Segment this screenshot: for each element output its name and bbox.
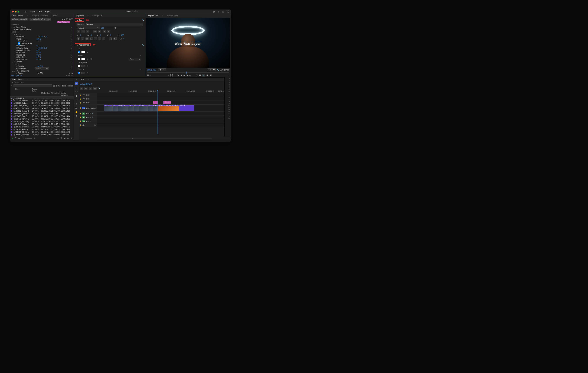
timeline-clip[interactable]: fx xyxy=(153,101,158,104)
program-timecode[interactable]: 00;01;53;10 xyxy=(147,69,156,71)
justify-center-icon[interactable]: ≣ xyxy=(98,30,101,33)
align-right-icon[interactable]: ≡ xyxy=(86,30,89,33)
out-icon[interactable]: } xyxy=(172,74,173,77)
add-shadow-icon[interactable]: + xyxy=(140,68,141,70)
new-bin-icon[interactable]: ▣ xyxy=(64,137,65,139)
zoom-select[interactable]: Fit xyxy=(158,68,166,71)
settings-icon[interactable]: ⬙ xyxy=(94,87,97,90)
wrench-icon[interactable]: 🔧 xyxy=(142,19,144,21)
zoom-slider[interactable]: ○──── xyxy=(25,137,32,139)
superscript-icon[interactable]: T¹ xyxy=(94,37,97,40)
step-fwd-icon[interactable]: |▸ xyxy=(187,74,188,77)
rect-tool-icon[interactable]: ▭ xyxy=(75,107,77,109)
eyedropper-icon[interactable]: ✎ xyxy=(87,72,88,74)
bin-icon[interactable]: ▥ xyxy=(53,85,55,87)
project-folder[interactable]: ⌄ ▣Spotlight FX xyxy=(10,97,74,99)
allcaps-icon[interactable]: TT xyxy=(85,37,88,40)
minimize-icon[interactable] xyxy=(15,11,17,12)
stroke-type-select[interactable]: Outer xyxy=(129,58,141,60)
track-select-icon[interactable]: ↔ xyxy=(75,87,78,89)
camera-icon[interactable]: 📷 xyxy=(202,74,205,77)
fullscreen-icon[interactable]: ⛶ xyxy=(227,10,229,13)
ltr-icon[interactable]: ▸¶ xyxy=(109,37,112,40)
rtl-icon[interactable]: ¶◂ xyxy=(114,37,117,40)
justify-full-icon[interactable]: ≣ xyxy=(107,30,110,33)
align-left-icon[interactable]: ≡ xyxy=(77,30,80,33)
smallcaps-icon[interactable]: Tᴛ xyxy=(90,37,93,40)
lift-icon[interactable]: ⬚ xyxy=(196,74,198,77)
timeline-clip[interactable]: 624... xyxy=(128,105,134,111)
marker-icon[interactable]: ▦ ⌄ xyxy=(147,74,151,77)
eyedropper-icon[interactable]: ✎ xyxy=(87,51,88,54)
type-tool-icon[interactable]: T xyxy=(76,115,77,117)
project-search-input[interactable] xyxy=(13,84,52,87)
project-item[interactable]: ▸▦766450_Office W25,00 fps00:00:00:0000:… xyxy=(10,133,74,136)
project-item[interactable]: ▸▦6006997_Abando24,00 fps01:02:24:1001:0… xyxy=(10,112,74,115)
trash-icon[interactable]: 🗑 xyxy=(71,137,73,139)
timeline-clip[interactable]: Headlin... fx xyxy=(163,101,171,104)
stroke-checkbox[interactable] xyxy=(78,58,80,60)
timeline-scrollbar[interactable] xyxy=(98,138,212,139)
tab-properties[interactable]: Properties xyxy=(75,14,85,17)
slip-icon[interactable]: |↔| xyxy=(75,99,78,101)
project-item[interactable]: ▸▦536221_Man Bag25,00 fps03:01:23:0603:0… xyxy=(10,120,74,123)
appearance-section-header[interactable]: ⌄Appearance xyxy=(75,43,91,46)
ripple-icon[interactable]: ✄ xyxy=(75,90,77,93)
stroke-swatch[interactable] xyxy=(81,58,85,60)
timeline-clip[interactable]: 601748... xyxy=(139,105,147,111)
goto-in-icon[interactable]: |◂ xyxy=(178,74,179,77)
tab-spotlight-fx[interactable]: Spotlight FX xyxy=(91,14,103,17)
fill-swatch[interactable] xyxy=(81,51,85,53)
tab-source[interactable]: Source: Main xyxy=(166,14,178,17)
in-icon[interactable]: { xyxy=(170,74,171,77)
auto-icon[interactable]: ▭ xyxy=(57,137,59,139)
justify-right-icon[interactable]: ≣ xyxy=(103,30,106,33)
project-item[interactable]: ▸▦377774_Woman23,976 fps19:13:40:1619:13… xyxy=(10,99,74,102)
selection-tool-icon[interactable]: ▶ xyxy=(75,82,78,85)
marker-icon[interactable]: ⊟ xyxy=(89,87,92,90)
maximize-icon[interactable] xyxy=(18,11,19,12)
text-section-header[interactable]: ⌄Text xyxy=(75,19,84,22)
new-item-icon[interactable]: ▤ xyxy=(67,137,69,139)
list-view-icon[interactable]: ☰ xyxy=(15,137,17,139)
shadow-swatch[interactable] xyxy=(81,72,85,74)
icon-view-icon[interactable]: ▦ xyxy=(18,137,20,139)
project-item[interactable]: ▸▦763662_House B24,00 fps01:02:37:0201:0… xyxy=(10,110,74,112)
font-weight-select[interactable]: Regular xyxy=(77,27,100,29)
uniform-scale-checkbox[interactable] xyxy=(18,42,20,45)
blend-mode-select[interactable]: Normal xyxy=(35,67,49,70)
close-icon[interactable] xyxy=(12,11,14,12)
project-item[interactable]: ▸▦319469_Sea Oce25,00 fps03:04:52:1103:0… xyxy=(10,115,74,118)
justify-left-icon[interactable]: ≣ xyxy=(94,30,97,33)
fill-checkbox[interactable] xyxy=(78,51,80,53)
pen-tool-icon[interactable]: ✎ xyxy=(75,103,77,105)
freeform-icon[interactable]: ⬚ xyxy=(22,137,23,139)
menu-import[interactable]: Import xyxy=(30,10,35,13)
menu-edit[interactable]: Edit xyxy=(39,10,42,13)
wrench-icon[interactable]: 🔧 xyxy=(142,44,144,46)
tab-sequence[interactable]: Main xyxy=(80,78,85,81)
underline-icon[interactable]: T xyxy=(102,37,105,40)
project-item[interactable]: ▸▦694945_Nightclu25,00 fps21:50:01:0921:… xyxy=(10,123,74,125)
add-icon[interactable]: + xyxy=(228,74,229,77)
home-icon[interactable]: ⌂ xyxy=(25,10,26,13)
main-layer-pill[interactable]: ⫙ Main - New Text Layer xyxy=(30,18,51,21)
align-center-icon[interactable]: ≡ xyxy=(82,30,85,33)
add-marker-icon[interactable]: ● xyxy=(167,74,168,77)
project-item[interactable]: ▸▦345930_Man Wo24,00 fps14:35:06:2114:35… xyxy=(10,107,74,110)
tab-effect-controls[interactable]: Effect Controls xyxy=(11,14,24,17)
timeline-clip[interactable]: 6006... xyxy=(153,105,158,111)
background-checkbox[interactable] xyxy=(78,65,80,67)
comp-icon[interactable]: ▣ xyxy=(210,74,212,77)
background-swatch[interactable] xyxy=(81,65,85,67)
program-scrubber[interactable] xyxy=(147,72,229,73)
font-size-value[interactable]: 100 xyxy=(101,27,104,29)
razor-icon[interactable]: ◆ xyxy=(75,95,77,97)
project-item[interactable]: ▸▦756760_Dancing25,00 fps00:09:48:2300:0… xyxy=(10,125,74,128)
bold-icon[interactable]: T xyxy=(77,37,80,40)
timeline-clip[interactable]: 6077176... xyxy=(179,105,194,111)
timeline-clip[interactable]: 763662_House Burning Flames Fi... xyxy=(158,105,179,111)
pen-icon[interactable]: ✎ xyxy=(11,137,13,139)
eyedropper-icon[interactable]: ✎ xyxy=(87,65,88,67)
project-item[interactable]: ▸▦730328_Subway23,976 fps08:55:55:0408:5… xyxy=(10,102,74,104)
